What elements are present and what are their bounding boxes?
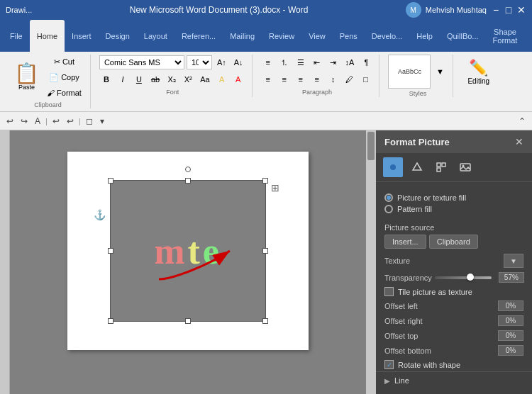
font-color-toolbar-btn[interactable]: A (33, 115, 43, 128)
tab-layout[interactable]: Layout (137, 20, 174, 52)
tab-design[interactable]: Design (99, 20, 137, 52)
picture-tab-btn[interactable] (455, 157, 475, 177)
copy-btn[interactable]: 📄 Copy (44, 70, 84, 84)
panel-header: Format Picture ✕ (376, 130, 532, 153)
window-controls[interactable]: − □ ✕ (491, 5, 526, 15)
tab-picture-format[interactable]: Picture Format (524, 20, 532, 52)
bullets-btn[interactable]: ≡ (261, 55, 275, 69)
sort-btn[interactable]: ↕A (343, 55, 358, 69)
tab-developer[interactable]: Develo... (365, 20, 409, 52)
border-btn[interactable]: □ (359, 72, 373, 86)
minimize-btn[interactable]: − (491, 5, 501, 15)
line-spacing-btn[interactable]: ↕ (326, 72, 340, 86)
redo-btn[interactable]: ↪ (18, 115, 30, 128)
shading-btn[interactable]: 🖊 (343, 72, 357, 86)
handle-tr[interactable] (262, 178, 268, 184)
shrink-btn[interactable]: A↓ (231, 55, 246, 69)
transparency-input[interactable] (499, 272, 524, 283)
shapes-btn[interactable]: ◻ (84, 115, 95, 128)
increase-indent-btn[interactable]: ⇥ (326, 55, 340, 69)
fill-tab-btn[interactable] (383, 157, 403, 177)
tab-home[interactable]: Home (30, 20, 65, 52)
handle-tl[interactable] (108, 178, 113, 184)
grow-btn[interactable]: A↑ (214, 55, 229, 69)
multilevel-btn[interactable]: ☰ (294, 55, 308, 69)
clipboard-group: 📋 Paste ✂ Cut 📄 Copy 🖌 Format Clipboard (6, 55, 91, 108)
tab-help[interactable]: Help (409, 20, 440, 52)
offset-bottom-input[interactable] (498, 345, 523, 356)
font-family-select[interactable]: Comic Sans MS (99, 55, 184, 69)
superscript-btn[interactable]: X² (181, 72, 195, 86)
layout-tab-btn[interactable] (431, 157, 451, 177)
align-left-btn[interactable]: ≡ (261, 72, 275, 86)
texture-dropdown-btn[interactable]: ▼ (504, 254, 523, 268)
case-btn[interactable]: Aa (197, 72, 212, 86)
transparency-slider[interactable] (435, 276, 492, 279)
cut-btn[interactable]: ✂ Cut (44, 55, 84, 69)
rotate-checkbox[interactable]: ✓ (384, 360, 394, 369)
undo-btn[interactable]: ↩ (4, 115, 16, 128)
panel-close-btn[interactable]: ✕ (515, 136, 523, 147)
show-marks-btn[interactable]: ¶ (359, 55, 373, 69)
tab-references[interactable]: Referen... (174, 20, 223, 52)
strikethrough-btn[interactable]: ab (148, 72, 162, 86)
handle-tm[interactable] (185, 178, 191, 184)
transparency-label: Transparency (384, 274, 432, 282)
underline-btn[interactable]: U (132, 72, 146, 86)
slider-thumb[interactable] (467, 274, 474, 281)
font-color-btn[interactable]: A (231, 72, 245, 86)
fill-section: Picture or texture fill Pattern fill (376, 188, 532, 219)
styles-expand-btn[interactable]: ▼ (433, 64, 447, 79)
image-box[interactable]: mte ⚓ ⊞ (110, 180, 266, 322)
tab-quillbot[interactable]: QuillBo... (440, 20, 486, 52)
pattern-fill-radio[interactable] (384, 205, 393, 213)
offset-left-input[interactable] (498, 300, 523, 311)
offset-right-input[interactable] (498, 315, 523, 326)
justify-btn[interactable]: ≡ (310, 72, 324, 86)
handle-bm[interactable] (185, 318, 191, 324)
close-btn[interactable]: ✕ (516, 5, 526, 15)
handle-mr[interactable] (262, 248, 268, 254)
layout-options-icon[interactable]: ⊞ (271, 182, 279, 193)
editing-btn[interactable]: ✏️ Editing (462, 56, 495, 88)
clipboard-btn[interactable]: Clipboard (429, 235, 478, 249)
paste-btn[interactable]: 📋 Paste (11, 62, 42, 92)
tab-file[interactable]: File (3, 20, 30, 52)
font-size-select[interactable]: 10.5 (187, 55, 212, 69)
more-btn[interactable]: ▾ (98, 115, 106, 128)
cut-copy-btns: ✂ Cut 📄 Copy 🖌 Format (44, 55, 84, 100)
scroll-thumb[interactable] (367, 132, 375, 160)
doc-scrollbar[interactable] (366, 130, 376, 394)
offset-top-input[interactable] (498, 330, 523, 341)
maximize-btn[interactable]: □ (504, 5, 514, 15)
tab-review[interactable]: Review (262, 20, 301, 52)
tab-mailing[interactable]: Mailing (223, 20, 262, 52)
effects-tab-btn[interactable] (407, 157, 427, 177)
line-section-header[interactable]: ▶ Line (376, 371, 532, 389)
handle-ml[interactable] (108, 248, 113, 254)
bold-btn[interactable]: B (99, 72, 113, 86)
handle-br[interactable] (262, 318, 268, 324)
rotate-handle[interactable] (185, 167, 191, 172)
collapse-ribbon-btn[interactable]: ⌃ (516, 115, 528, 128)
format-painter-btn[interactable]: 🖌 Format (44, 86, 84, 100)
tab-pens[interactable]: Pens (333, 20, 365, 52)
tab-insert[interactable]: Insert (65, 20, 99, 52)
numbering-btn[interactable]: ⒈ (277, 55, 292, 69)
insert-btn[interactable]: Insert... (384, 235, 426, 249)
svg-marker-3 (413, 163, 421, 170)
redo2-btn[interactable]: ↩ (65, 115, 76, 128)
subscript-btn[interactable]: X₂ (165, 72, 179, 86)
tab-shape-format[interactable]: Shape Format (486, 20, 525, 52)
align-right-btn[interactable]: ≡ (294, 72, 308, 86)
page: mte ⚓ ⊞ (67, 152, 309, 350)
highlight-btn[interactable]: A (215, 72, 229, 86)
handle-bl[interactable] (108, 318, 113, 324)
tile-checkbox[interactable] (384, 287, 394, 296)
picture-texture-radio[interactable] (384, 193, 393, 202)
decrease-indent-btn[interactable]: ⇤ (310, 55, 324, 69)
align-center-btn[interactable]: ≡ (277, 72, 292, 86)
undo2-btn[interactable]: ↩ (50, 115, 62, 128)
tab-view[interactable]: View (301, 20, 333, 52)
italic-btn[interactable]: I (116, 72, 130, 86)
